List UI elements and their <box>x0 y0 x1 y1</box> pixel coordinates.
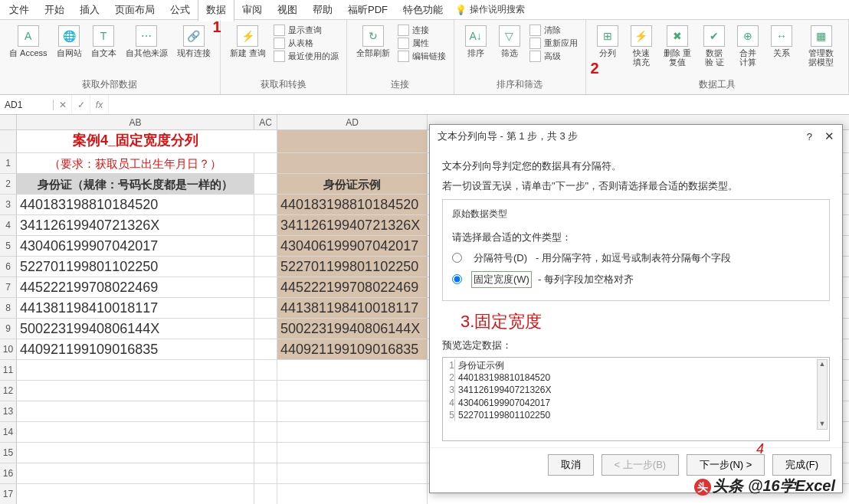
next-button[interactable]: 下一步(N) > <box>687 454 765 476</box>
cell-ad[interactable] <box>277 443 428 463</box>
tab-formula[interactable]: 公式 <box>162 0 198 21</box>
cell-ac[interactable] <box>254 484 277 504</box>
cell-ac[interactable] <box>254 381 277 401</box>
name-box[interactable]: AD1 <box>0 100 54 110</box>
cell-ab[interactable] <box>17 463 254 483</box>
cell-ad[interactable]: 440183198810184520 <box>277 195 428 214</box>
from-text-button[interactable]: T自文本 <box>88 23 120 77</box>
new-query-button[interactable]: ⚡新建 查询 <box>227 23 269 77</box>
cell-ab[interactable]: （要求：获取员工出生年月日？） <box>17 153 254 173</box>
cell-ab[interactable]: 441381198410018117 <box>17 298 254 318</box>
existing-conn-button[interactable]: 🔗现有连接 <box>174 23 214 77</box>
cell-ab[interactable]: 440921199109016835 <box>17 339 254 359</box>
tab-review[interactable]: 审阅 <box>234 0 270 21</box>
tab-layout[interactable]: 页面布局 <box>107 0 162 21</box>
relationships-button[interactable]: ↔关系 <box>766 23 797 77</box>
tab-special[interactable]: 特色功能 <box>395 0 451 21</box>
from-web-button[interactable]: 🌐自网站 <box>54 23 85 77</box>
tab-foxit[interactable]: 福昕PDF <box>340 0 395 21</box>
from-other-button[interactable]: ⋯自其他来源 <box>123 23 171 77</box>
from-access-button[interactable]: A自 Access <box>6 23 51 77</box>
show-queries[interactable]: 显示查询 <box>274 25 339 36</box>
cell-ac[interactable] <box>254 422 277 442</box>
cell-ad[interactable]: 身份证示例 <box>277 174 428 194</box>
tell-me[interactable]: 💡 操作说明搜索 <box>455 3 525 16</box>
refresh-all-button[interactable]: ↻全部刷新 <box>353 23 393 77</box>
cell-ab[interactable] <box>17 381 254 401</box>
cell-ac[interactable] <box>254 401 277 421</box>
flash-fill-button[interactable]: ⚡快速填充 <box>626 23 657 77</box>
cell-ad[interactable] <box>277 360 428 380</box>
help-button[interactable]: ? <box>807 131 812 142</box>
row-header[interactable]: 12 <box>0 381 17 401</box>
row-header[interactable]: 5 <box>0 236 17 256</box>
cell-ac[interactable] <box>254 236 277 256</box>
select-all-corner[interactable] <box>0 115 17 129</box>
clear-filter[interactable]: 清除 <box>529 25 578 36</box>
cell-ac[interactable] <box>254 360 277 380</box>
scroll-up-icon[interactable]: ▲ <box>818 360 827 369</box>
row-header[interactable]: 1 <box>0 153 17 173</box>
cell-ad[interactable]: 34112619940721326X <box>277 215 428 235</box>
cell-ab[interactable] <box>17 443 254 463</box>
tab-view[interactable]: 视图 <box>270 0 305 21</box>
row-header[interactable]: 8 <box>0 298 17 318</box>
row-header[interactable]: 17 <box>0 484 17 504</box>
cell-ab[interactable]: 522701199801102250 <box>17 257 254 277</box>
row-header[interactable]: 13 <box>0 401 17 421</box>
cancel-button[interactable]: 取消 <box>548 454 594 476</box>
cell-ad[interactable]: 430406199907042017 <box>277 236 428 256</box>
cell-ab[interactable]: 440183198810184520 <box>17 195 254 214</box>
cell-ac[interactable] <box>254 443 277 463</box>
cell-ad[interactable]: 441381198410018117 <box>277 298 428 318</box>
row-header[interactable]: 7 <box>0 277 17 297</box>
cell-ac[interactable] <box>254 174 277 194</box>
back-button[interactable]: < 上一步(B) <box>602 454 680 476</box>
tab-file[interactable]: 文件 <box>2 0 37 21</box>
filter-button[interactable]: ▽筛选 <box>494 23 525 77</box>
col-header-ad[interactable]: AD <box>277 115 428 129</box>
col-header-ac[interactable]: AC <box>254 115 277 129</box>
finish-button[interactable]: 完成(F) <box>772 454 831 476</box>
consolidate-button[interactable]: ⊕合并计算 <box>733 23 763 77</box>
cell-ac[interactable] <box>254 463 277 483</box>
cell-ab[interactable]: 445222199708022469 <box>17 277 254 297</box>
radio-delimited[interactable] <box>452 253 462 263</box>
cell-ad[interactable]: 440921199109016835 <box>277 339 428 359</box>
edit-links-item[interactable]: 编辑链接 <box>398 51 446 62</box>
row-header[interactable] <box>0 130 17 152</box>
cell-ad[interactable] <box>277 463 428 483</box>
cell-ac[interactable] <box>254 195 277 214</box>
row-header[interactable]: 15 <box>0 443 17 463</box>
cell-ad[interactable] <box>277 130 428 152</box>
cell-ab[interactable]: 50022319940806144X <box>17 319 254 339</box>
row-header[interactable]: 14 <box>0 422 17 442</box>
reapply-filter[interactable]: 重新应用 <box>529 38 578 49</box>
cell-ac[interactable] <box>254 130 277 152</box>
row-header[interactable]: 9 <box>0 319 17 339</box>
row-header[interactable]: 2 <box>0 174 17 194</box>
row-header[interactable]: 16 <box>0 463 17 483</box>
cell-ac[interactable] <box>254 153 277 173</box>
cell-ab[interactable] <box>17 401 254 421</box>
advanced-filter[interactable]: 高级 <box>529 51 578 62</box>
cell-ad[interactable]: 522701199801102250 <box>277 257 428 277</box>
cell-ad[interactable]: 445222199708022469 <box>277 277 428 297</box>
recent-sources[interactable]: 最近使用的源 <box>274 51 339 62</box>
cell-ac[interactable] <box>254 339 277 359</box>
preview-box[interactable]: 1身份证示例2440183198810184520334112619940721… <box>442 357 830 441</box>
row-header[interactable]: 10 <box>0 339 17 359</box>
tab-home[interactable]: 开始 <box>37 0 72 21</box>
remove-dup-button[interactable]: ✖删除 重复值 <box>660 23 696 77</box>
cell-ac[interactable] <box>254 319 277 339</box>
col-header-ab[interactable]: AB <box>17 115 254 129</box>
cell-ad[interactable]: 50022319940806144X <box>277 319 428 339</box>
cell-ab[interactable] <box>17 484 254 504</box>
data-validation-button[interactable]: ✔数据验 证 <box>699 23 729 77</box>
preview-scrollbar[interactable]: ▲▼ <box>817 359 828 430</box>
tab-help[interactable]: 帮助 <box>305 0 340 21</box>
row-header[interactable]: 6 <box>0 257 17 277</box>
connections-item[interactable]: 连接 <box>398 25 446 36</box>
cell-ab[interactable]: 430406199907042017 <box>17 236 254 256</box>
radio-delimited-label[interactable]: 分隔符号(D) <box>471 250 529 267</box>
